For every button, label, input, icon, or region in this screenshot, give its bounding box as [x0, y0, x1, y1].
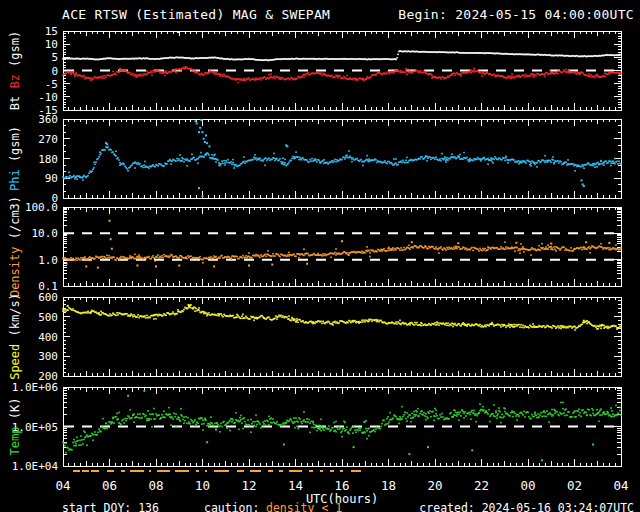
panel-density: 100.010.01.00.1Density (/cm3) — [8, 196, 622, 297]
panel-speed: 600500400300200Speed (km/s) — [8, 291, 622, 383]
y-tick-label: 270 — [38, 133, 58, 146]
panel-label-bt-bz: Bt Bz (gsm) — [8, 31, 22, 111]
x-tick-label: 20 — [427, 478, 442, 493]
y-tick-label: 15 — [45, 25, 58, 38]
series-speed — [62, 304, 622, 331]
y-tick-label: -5 — [45, 78, 58, 91]
series-density — [62, 220, 622, 269]
y-tick-label: 1.0E+06 — [12, 381, 58, 394]
x-tick-label: 14 — [288, 478, 303, 493]
x-ticks — [63, 207, 621, 286]
panel-border — [63, 297, 621, 376]
x-tick-label: 16 — [334, 478, 349, 493]
created-timestamp: created: 2024-05-16 03:24:07UTC — [419, 501, 634, 512]
x-ticks — [63, 297, 621, 376]
x-tick-label: 00 — [520, 478, 535, 493]
panel-border — [63, 207, 621, 286]
y-tick-label: 500 — [38, 311, 58, 324]
chart-canvas: 151050-5-10-15Bt Bz (gsm)360270180900Phi… — [0, 0, 640, 512]
panel-phi: 360270180900Phi (gsm) — [8, 113, 622, 205]
y-ticks — [63, 119, 621, 198]
x-axis-labels: 04060810121416182022000204 — [55, 478, 628, 493]
x-tick-label: 06 — [102, 478, 117, 493]
start-doy-label: start DOY: 136 — [62, 501, 159, 512]
caution-value-density: density < 1 — [266, 501, 342, 512]
x-tick-label: 08 — [148, 478, 163, 493]
panel-label-density: Density (/cm3) — [8, 196, 22, 297]
x-tick-label: 10 — [195, 478, 210, 493]
y-tick-label: 0 — [51, 65, 58, 78]
x-ticks — [63, 119, 621, 198]
y-tick-label: 100.0 — [25, 201, 58, 214]
y-tick-label: -10 — [38, 91, 58, 104]
panel-temp: 1.0E+061.0E+051.0E+04Temp (K) — [8, 381, 622, 473]
series-bz — [62, 66, 622, 83]
y-ticks — [63, 207, 621, 286]
panel-bt-bz: 151050-5-10-15Bt Bz (gsm) — [8, 25, 622, 117]
x-tick-label: 12 — [241, 478, 256, 493]
y-tick-label: 90 — [45, 172, 58, 185]
y-tick-label: 10.0 — [32, 227, 59, 240]
y-tick-label: 1.0E+04 — [12, 460, 59, 473]
y-tick-label: 360 — [38, 113, 58, 126]
x-tick-label: 02 — [567, 478, 582, 493]
x-tick-label: 18 — [381, 478, 396, 493]
panel-border — [63, 119, 621, 198]
panel-label-phi: Phi (gsm) — [8, 126, 22, 191]
x-tick-label: 04 — [613, 478, 628, 493]
y-tick-label: 1.0 — [38, 254, 58, 267]
panel-label-speed: Speed (km/s) — [8, 293, 22, 380]
caution-label: caution: — [204, 501, 259, 512]
y-tick-label: 180 — [38, 153, 58, 166]
y-ticks — [63, 297, 621, 376]
y-tick-label: 300 — [38, 350, 58, 363]
ace-rtsw-plot: ACE RTSW (Estimated) MAG & SWEPAM Begin:… — [0, 0, 640, 512]
series-phi — [62, 119, 622, 197]
y-tick-label: 10 — [45, 38, 58, 51]
x-tick-label: 22 — [474, 478, 489, 493]
y-tick-label: 5 — [51, 51, 58, 64]
y-tick-label: 600 — [38, 291, 58, 304]
x-tick-label: 04 — [55, 478, 70, 493]
panel-label-temp: Temp (K) — [8, 398, 22, 456]
y-tick-label: 400 — [38, 331, 58, 344]
